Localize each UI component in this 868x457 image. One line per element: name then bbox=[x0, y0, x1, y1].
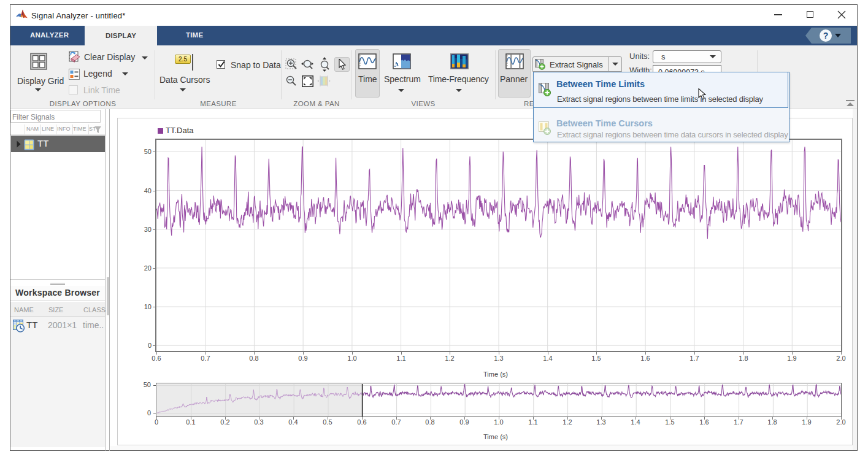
svg-text:?: ? bbox=[823, 31, 829, 40]
